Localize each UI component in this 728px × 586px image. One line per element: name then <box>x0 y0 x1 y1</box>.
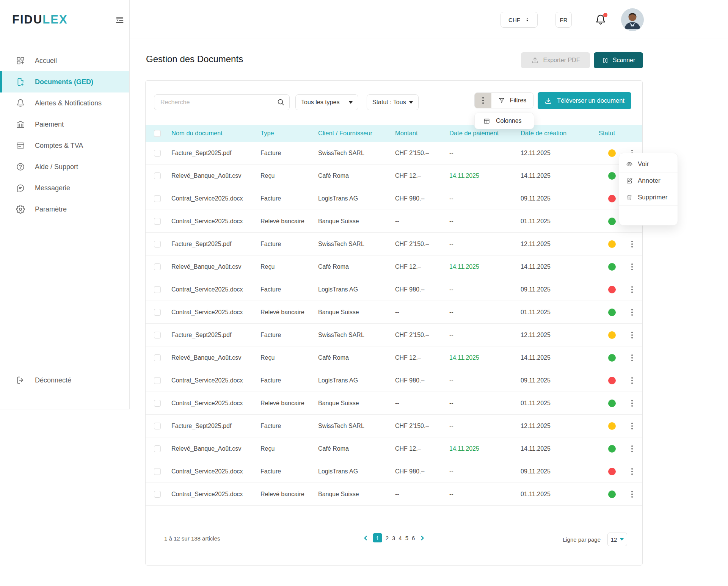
cell-amount: CHF 2'150.– <box>395 150 449 157</box>
row-checkbox[interactable] <box>154 491 161 498</box>
columns-popup[interactable]: Colonnes <box>474 113 534 129</box>
cell-creation-date: 01.11.2025 <box>521 218 599 225</box>
row-menu-kebab[interactable] <box>629 400 635 407</box>
column-header-type: Type <box>260 130 318 137</box>
cell-amount: -- <box>395 491 449 498</box>
row-checkbox[interactable] <box>154 445 161 452</box>
sidebar-item-label: Alertes & Notifications <box>35 99 102 107</box>
table-header: Nom du documentTypeClient / FournisseurM… <box>146 125 642 142</box>
row-menu-kebab[interactable] <box>629 377 635 384</box>
search-icon <box>277 98 285 106</box>
sidebar-item-aide-support[interactable]: Aide / Support <box>0 156 129 177</box>
row-menu-kebab[interactable] <box>629 445 635 452</box>
language-button[interactable]: FR <box>555 12 572 28</box>
row-checkbox[interactable] <box>154 286 161 293</box>
logout-button[interactable]: Déconnecté <box>0 370 129 391</box>
prev-page-button[interactable] <box>362 534 369 542</box>
filters-button[interactable]: Filtres <box>491 93 533 108</box>
context-menu-item-label: Annoter <box>638 177 661 185</box>
row-menu-kebab[interactable] <box>629 241 635 248</box>
table-row: Contrat_Service2025.docxFactureLogisTran… <box>146 460 642 483</box>
sidebar-item-alertes-notifications[interactable]: Alertes & Notifications <box>0 92 129 114</box>
row-checkbox[interactable] <box>154 263 161 270</box>
status-dot <box>608 263 616 271</box>
cell-client: Café Roma <box>318 263 395 270</box>
cell-document-name: Facture_Sept2025.pdf <box>171 150 260 157</box>
more-options-button[interactable] <box>475 93 491 108</box>
page-button-3[interactable]: 3 <box>392 535 395 541</box>
sidebar-item-messagerie[interactable]: Messagerie <box>0 177 129 199</box>
row-menu-kebab[interactable] <box>629 354 635 361</box>
brand-logo-accent: LEX <box>42 13 67 26</box>
notifications-bell[interactable] <box>595 14 606 25</box>
logout-label: Déconnecté <box>35 376 71 384</box>
cell-payment-date: -- <box>449 218 521 225</box>
row-checkbox[interactable] <box>154 309 161 316</box>
sidebar-item-parametre[interactable]: Paramètre <box>0 199 129 220</box>
next-page-button[interactable] <box>419 534 426 542</box>
status-dot <box>608 354 616 362</box>
context-menu-item-supprimer[interactable]: Supprimer <box>619 189 678 206</box>
cell-creation-date: 14.11.2025 <box>521 263 599 270</box>
context-menu-item-voir[interactable]: Voir <box>619 156 678 172</box>
status-filter-dropdown[interactable]: Statut : Tous <box>367 94 419 110</box>
row-checkbox[interactable] <box>154 172 161 179</box>
context-menu-item-annoter[interactable]: Annoter <box>619 172 678 189</box>
cell-amount: -- <box>395 400 449 407</box>
sidebar-item-comptes-tva[interactable]: Comptes & TVA <box>0 135 129 156</box>
sidebar-item-documents-ged[interactable]: Documents (GED) <box>0 71 129 92</box>
row-menu-kebab[interactable] <box>629 332 635 338</box>
cell-client: Banque Suisse <box>318 491 395 498</box>
select-all-checkbox[interactable] <box>154 130 161 137</box>
row-checkbox[interactable] <box>154 377 161 384</box>
row-checkbox[interactable] <box>154 400 161 407</box>
status-dot <box>608 286 616 293</box>
page-button-2[interactable]: 2 <box>386 535 389 541</box>
row-checkbox[interactable] <box>154 332 161 338</box>
row-menu-kebab[interactable] <box>629 423 635 429</box>
cell-document-name: Facture_Sept2025.pdf <box>171 241 260 248</box>
row-checkbox[interactable] <box>154 354 161 361</box>
documents-card: Tous les types Statut : Tous Filtres Tél… <box>145 80 643 566</box>
row-menu-kebab[interactable] <box>629 309 635 316</box>
row-checkbox[interactable] <box>154 150 161 157</box>
page-button-5[interactable]: 5 <box>405 535 408 541</box>
user-avatar[interactable] <box>621 8 644 31</box>
status-dot <box>608 400 616 407</box>
funnel-icon <box>498 97 505 104</box>
row-checkbox[interactable] <box>154 468 161 475</box>
cell-type: Facture <box>260 241 318 248</box>
sidebar-item-paiement[interactable]: Paiement <box>0 114 129 135</box>
upload-document-button[interactable]: Téléverser un document <box>538 92 631 109</box>
rows-per-page-label: Ligne par page <box>563 536 601 543</box>
cell-amount: CHF 12.– <box>395 263 449 270</box>
type-filter-dropdown[interactable]: Tous les types <box>295 94 358 110</box>
rows-per-page-select[interactable]: 12 <box>607 533 627 546</box>
annotate-icon <box>626 177 633 184</box>
scanner-button[interactable]: Scanner <box>594 52 643 68</box>
page-button-6[interactable]: 6 <box>412 535 415 541</box>
row-checkbox[interactable] <box>154 195 161 202</box>
search-input[interactable] <box>154 94 290 110</box>
table-row: Relevé_Banque_Août.csvReçuCafé RomaCHF 1… <box>146 346 642 369</box>
cell-payment-date: -- <box>449 423 521 429</box>
row-menu-kebab[interactable] <box>629 468 635 475</box>
cell-type: Relevé bancaire <box>260 491 318 498</box>
table-row: Facture_Sept2025.pdfFactureSwissTech SAR… <box>146 324 642 346</box>
page-button-4[interactable]: 4 <box>399 535 402 541</box>
page-button-1[interactable]: 1 <box>373 533 382 542</box>
export-pdf-button[interactable]: Exporter PDF <box>521 52 590 68</box>
row-menu-kebab[interactable] <box>629 286 635 293</box>
currency-selector[interactable]: CHF <box>500 12 538 28</box>
cell-document-name: Contrat_Service2025.docx <box>171 491 260 498</box>
sidebar-item-label: Aide / Support <box>35 163 78 171</box>
row-menu-kebab[interactable] <box>629 491 635 498</box>
cell-type: Facture <box>260 195 318 202</box>
sidebar-collapse-icon[interactable] <box>115 15 125 25</box>
row-checkbox[interactable] <box>154 241 161 248</box>
row-checkbox[interactable] <box>154 218 161 225</box>
sidebar-item-accueil[interactable]: Accueil <box>0 50 129 71</box>
column-header-date-de-paiement: Date de paiement <box>449 130 521 137</box>
row-checkbox[interactable] <box>154 423 161 429</box>
row-menu-kebab[interactable] <box>629 263 635 270</box>
